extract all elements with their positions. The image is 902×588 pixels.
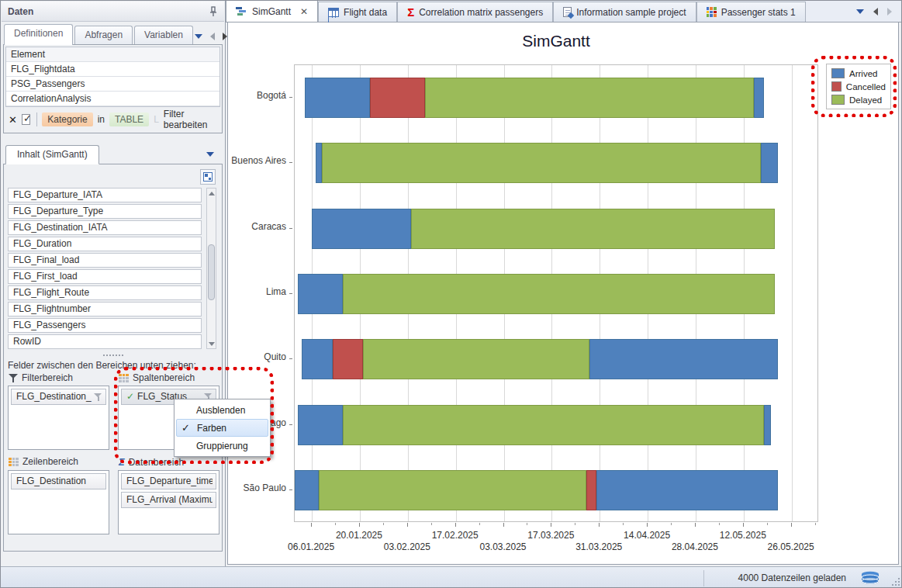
gantt-plot-area [294, 64, 818, 522]
bar-segment-delayed [343, 405, 764, 445]
doc-tabs-scroll-left-icon[interactable] [873, 8, 878, 16]
field-list-item[interactable]: FLG_Flight_Route [8, 285, 202, 300]
filter-area-item[interactable]: FLG_Destination_ ... [11, 389, 106, 405]
bar-segment-cancelled [370, 78, 425, 118]
tab-list-dropdown-icon[interactable] [195, 34, 202, 39]
bar-segment-arrived [298, 274, 342, 314]
field-list-item[interactable]: FLG_Destination_IATA [8, 220, 202, 235]
gantt-icon [236, 7, 247, 16]
tab-inhalt-simgantt[interactable]: Inhalt (SimGantt) [5, 145, 99, 164]
x-axis-minor-tick [719, 523, 720, 525]
data-area-label: Datenbereich [129, 457, 184, 468]
tab-definitionen[interactable]: Definitionen [4, 24, 73, 45]
field-chooser-icon [203, 172, 213, 182]
tab-label: Passenger stats 1 [721, 7, 796, 18]
field-list-item[interactable]: FLG_Flightnumber [8, 302, 202, 316]
field-list-item[interactable]: RowID [8, 334, 202, 349]
data-area-sigma-icon: Σ [119, 456, 125, 468]
field-list-item[interactable]: FLG_Duration [8, 237, 202, 251]
filter-edit-link[interactable]: Filter bearbeiten [164, 109, 217, 130]
x-axis-major-tick [599, 523, 600, 527]
field-pill-label: FLG_Destination [16, 474, 102, 489]
scrollbar-down-icon[interactable] [207, 339, 216, 348]
filter-truncated-text: L [154, 114, 159, 125]
window-resize-grip[interactable] [890, 576, 900, 586]
menu-item-farben[interactable]: ✓ Farben [176, 419, 268, 437]
tab-simgantt[interactable]: SimGantt ✕ [226, 0, 318, 22]
tab-correlation-matrix[interactable]: Σ Correlation matrix passengers [397, 2, 553, 22]
filter-active-checkbox[interactable] [22, 114, 31, 125]
legend-entry: Arrived [831, 68, 886, 78]
field-chooser-button[interactable] [200, 169, 216, 185]
tab-flight-data[interactable]: Flight data [318, 2, 397, 22]
field-list-scrollbar[interactable] [206, 188, 216, 349]
database-icon [860, 571, 880, 586]
field-list-item[interactable]: FLG_First_load [8, 269, 202, 284]
funnel-icon[interactable] [94, 393, 102, 401]
list-item[interactable]: PSG_Passengers [6, 77, 219, 92]
scroll-tabs-right-icon[interactable] [223, 33, 227, 40]
field-list-item[interactable]: FLG_Final_load [8, 253, 202, 268]
x-axis-tick-label: 03.02.2025 [384, 541, 430, 552]
field-list-item[interactable]: FLG_Departure_IATA [8, 188, 202, 202]
scrollbar-up-icon[interactable] [207, 189, 216, 198]
filter-field-chip[interactable]: Kategorie [42, 112, 92, 126]
filter-area-box[interactable]: FLG_Destination_ ... [8, 386, 109, 450]
bar-segment-arrived [295, 470, 319, 510]
bar-segment-cancelled [586, 470, 596, 510]
list-item[interactable]: FLG_Flightdata [6, 62, 219, 77]
tab-label: Correlation matrix passengers [419, 7, 543, 18]
x-axis-minor-tick [479, 523, 480, 525]
filter-area-label: Filterbereich [22, 372, 73, 383]
x-axis-minor-tick [815, 523, 816, 525]
list-item[interactable]: CorrelationAnalysis [6, 92, 219, 106]
document-tab-bar: SimGantt ✕ Flight data Σ Correlation mat… [226, 1, 902, 22]
bar-segment-arrived [298, 405, 342, 445]
inhalt-box: FLG_Departure_IATAFLG_Departure_TypeFLG_… [3, 164, 223, 552]
field-pill-label: FLG_Destination_ ... [16, 389, 94, 404]
list-resize-grip[interactable] [4, 353, 222, 358]
x-axis-major-tick [743, 523, 744, 527]
close-tab-icon[interactable]: ✕ [300, 6, 308, 17]
x-axis-tick-label: 17.03.2025 [527, 530, 574, 541]
menu-item-label: Gruppierung [196, 441, 248, 451]
rows-area-item[interactable]: FLG_Destination [11, 473, 106, 489]
menu-item-gruppierung[interactable]: Gruppierung [176, 437, 268, 455]
x-axis-major-tick [455, 523, 456, 527]
left-panel-tab-strip: Definitionen Abfragen Variablen [4, 24, 222, 45]
scroll-tabs-left-icon[interactable] [210, 33, 215, 40]
check-icon: ✓ [181, 422, 197, 434]
x-axis-minor-tick [431, 523, 432, 525]
doc-tabs-scroll-right-icon[interactable] [887, 8, 892, 16]
data-area-box[interactable]: FLG_Departure_time... FLG_Arrival (Maxim… [118, 470, 219, 534]
tab-information-sample[interactable]: Information sample project [553, 2, 696, 22]
status-bar: 4000 Datenzeilen geladen [1, 566, 902, 588]
field-list-item[interactable]: FLG_Passengers [8, 318, 202, 333]
legend-entry: Cancelled [831, 81, 886, 92]
data-area-item[interactable]: FLG_Arrival (Maximum) [121, 492, 216, 508]
x-axis-minor-tick [671, 523, 672, 525]
tab-variablen[interactable]: Variablen [134, 26, 193, 45]
data-area-header: Σ Datenbereich [119, 456, 184, 468]
bar-segment-delayed [319, 470, 586, 510]
rows-area-box[interactable]: FLG_Destination [8, 470, 109, 534]
chart-legend: ArrivedCancelledDelayed [826, 64, 891, 109]
x-axis-major-tick [311, 523, 312, 527]
element-list-header: Element [6, 47, 219, 62]
filter-operator: in [98, 114, 105, 125]
data-area-item[interactable]: FLG_Departure_time... [121, 473, 216, 489]
pin-icon[interactable] [209, 6, 218, 17]
doc-tab-dropdown-icon[interactable] [856, 9, 864, 14]
bar-segment-arrived [302, 339, 333, 379]
legend-label: Delayed [849, 95, 882, 105]
x-axis-minor-tick [335, 523, 336, 525]
category-label: Lima [209, 286, 286, 302]
filter-value-chip[interactable]: TABLE [109, 112, 149, 126]
menu-item-ausblenden[interactable]: Ausblenden [176, 401, 268, 419]
tab-passenger-stats[interactable]: Passenger stats 1 [696, 2, 806, 22]
remove-filter-icon[interactable]: ✕ [9, 114, 17, 126]
filter-bracket [36, 112, 37, 126]
tab-abfragen[interactable]: Abfragen [74, 26, 133, 45]
category-label: São Paulo [209, 483, 286, 498]
field-list-item[interactable]: FLG_Departure_Type [8, 204, 202, 219]
